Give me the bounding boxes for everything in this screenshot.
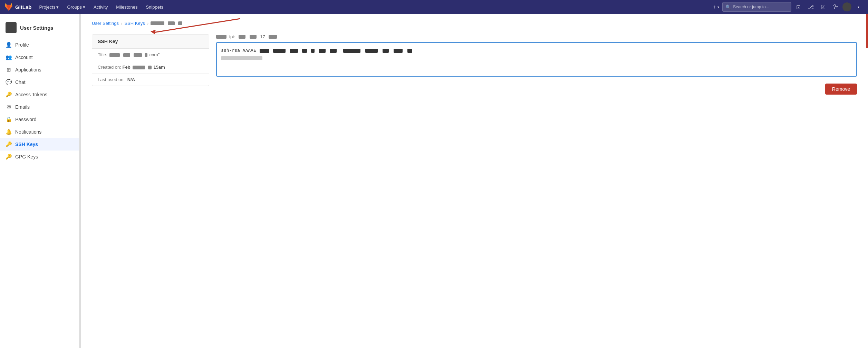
- key-prefix: ssh-rsa AAAAE: [221, 48, 256, 53]
- ssh-key-section: SSH Key Title. com" Created on: Feb: [92, 34, 857, 95]
- user-avatar[interactable]: [842, 2, 851, 11]
- sidebar-item-gpg-keys[interactable]: 🔑 GPG Keys: [0, 151, 79, 163]
- main-content: User Settings › SSH Keys › SSH Key Title…: [81, 14, 868, 348]
- fingerprint-blurred-4: [269, 35, 277, 39]
- sidebar-item-access-tokens[interactable]: 🔑 Access Tokens: [0, 88, 79, 101]
- chat-icon: 💬: [6, 79, 12, 85]
- notifications-icon: 🔔: [6, 129, 12, 135]
- key-block-4: [302, 49, 307, 53]
- last-used-label: Last used on:: [98, 77, 125, 82]
- ssh-key-info-header: SSH Key: [92, 35, 209, 49]
- breadcrumb-ssh-keys[interactable]: SSH Keys: [124, 21, 145, 26]
- nav-groups[interactable]: Groups ▾: [64, 0, 89, 14]
- password-icon: 🔒: [6, 116, 12, 123]
- title-value-blurred-2: [123, 53, 130, 57]
- fingerprint-blurred-1: [216, 35, 226, 39]
- key-block-5: [311, 49, 315, 53]
- last-used-value: N/A: [127, 77, 135, 82]
- key-block-10: [383, 49, 389, 53]
- user-menu-arrow[interactable]: ▾: [853, 1, 864, 12]
- access-tokens-icon: 🔑: [6, 91, 12, 98]
- key-block-11: [394, 49, 403, 53]
- title-label: Title.: [98, 52, 107, 57]
- sidebar-header: User Settings: [0, 19, 79, 39]
- new-item-button[interactable]: ＋▾: [710, 1, 721, 12]
- key-block-9: [365, 49, 378, 53]
- search-bar[interactable]: 🔍 Search or jump to...: [722, 2, 791, 12]
- ssh-key-box[interactable]: ssh-rsa AAAAE: [216, 42, 857, 77]
- created-label: Created on:: [98, 65, 123, 70]
- created-on-row: Created on: Feb 15am: [92, 61, 209, 74]
- key-block-7: [330, 49, 337, 53]
- last-used-row: Last used on: N/A: [92, 74, 209, 86]
- title-value-blurred-1: [109, 53, 120, 57]
- key-block-6: [319, 49, 326, 53]
- breadcrumb-user-settings[interactable]: User Settings: [92, 21, 119, 26]
- nav-milestones[interactable]: Milestones: [113, 0, 141, 14]
- svg-marker-1: [151, 30, 156, 34]
- sidebar-item-password[interactable]: 🔒 Password: [0, 113, 79, 126]
- profile-icon: 👤: [6, 42, 12, 48]
- issues-button[interactable]: ⊡: [793, 1, 804, 12]
- key-block-12: [407, 49, 412, 53]
- fingerprint-blurred-3: [250, 35, 257, 39]
- sidebar-avatar: [6, 22, 17, 33]
- nav-projects[interactable]: Projects ▾: [36, 0, 62, 14]
- created-icon-blurred: [148, 66, 152, 69]
- title-value-blurred-4: [145, 53, 147, 57]
- ssh-key-display-section: ipt: 17 ssh-rsa AAAAE: [216, 34, 857, 95]
- fingerprint-colon-17: 17: [260, 34, 265, 39]
- created-time: 15am: [154, 65, 165, 70]
- gitlab-logo[interactable]: GitLab: [4, 2, 32, 11]
- sidebar-title: User Settings: [20, 25, 54, 31]
- scroll-indicator[interactable]: [866, 14, 868, 48]
- sidebar-item-ssh-keys[interactable]: 🔑 SSH Keys: [0, 138, 79, 151]
- sidebar-item-profile[interactable]: 👤 Profile: [0, 39, 79, 51]
- sidebar-item-applications[interactable]: ⊞ Applications: [0, 64, 79, 76]
- key-block-2: [273, 49, 286, 53]
- breadcrumb-key-id-blurred-3: [178, 21, 182, 25]
- sidebar-nav: 👤 Profile 👥 Account ⊞ Applications 💬: [0, 39, 79, 163]
- key-comment-blurred: [221, 56, 262, 60]
- top-navigation: GitLab Projects ▾ Groups ▾ Activity Mile…: [0, 0, 868, 14]
- key-block-3: [290, 49, 298, 53]
- title-suffix: com": [150, 52, 160, 57]
- created-date-blurred: [133, 66, 145, 69]
- breadcrumb-sep-1: ›: [121, 21, 122, 26]
- remove-button[interactable]: Remove: [825, 84, 857, 95]
- title-row: Title. com": [92, 49, 209, 61]
- sidebar: User Settings 👤 Profile 👥 Account ⊞ Appl…: [0, 14, 79, 348]
- sidebar-item-notifications[interactable]: 🔔 Notifications: [0, 126, 79, 138]
- account-icon: 👥: [6, 54, 12, 60]
- sidebar-item-chat[interactable]: 💬 Chat: [0, 76, 79, 88]
- emails-icon: ✉: [6, 104, 12, 110]
- ssh-keys-icon: 🔑: [6, 141, 12, 147]
- page-layout: User Settings 👤 Profile 👥 Account ⊞ Appl…: [0, 14, 868, 348]
- fingerprint-ipt-label: ipt:: [229, 34, 235, 39]
- help-button[interactable]: ?▾: [830, 1, 841, 12]
- nav-right-section: ＋▾ 🔍 Search or jump to... ⊡ ⎇ ☑ ?▾ ▾: [710, 1, 864, 12]
- key-block-8: [343, 49, 360, 53]
- todo-button[interactable]: ☑: [818, 1, 829, 12]
- fingerprint-blurred-2: [239, 35, 245, 39]
- created-month: Feb: [123, 65, 131, 70]
- search-icon: 🔍: [725, 4, 731, 10]
- gitlab-logo-text: GitLab: [15, 4, 32, 10]
- nav-activity[interactable]: Activity: [90, 0, 111, 14]
- merge-requests-button[interactable]: ⎇: [805, 1, 816, 12]
- breadcrumb-sep-2: ›: [147, 21, 148, 26]
- breadcrumb-key-id-blurred: [151, 21, 164, 25]
- breadcrumb: User Settings › SSH Keys ›: [92, 21, 857, 26]
- title-value-blurred-3: [134, 53, 142, 57]
- sidebar-item-emails[interactable]: ✉ Emails: [0, 101, 79, 113]
- breadcrumb-key-id-blurred-2: [168, 21, 175, 25]
- applications-icon: ⊞: [6, 67, 12, 73]
- remove-button-row: Remove: [216, 84, 857, 95]
- ssh-key-info-body: Title. com" Created on: Feb 15am: [92, 49, 209, 86]
- ssh-key-content: ssh-rsa AAAAE: [221, 47, 852, 54]
- key-block-1: [260, 49, 269, 53]
- sidebar-item-account[interactable]: 👥 Account: [0, 51, 79, 64]
- ssh-key-info-card: SSH Key Title. com" Created on: Feb: [92, 34, 209, 86]
- nav-snippets[interactable]: Snippets: [142, 0, 167, 14]
- fingerprint-row: ipt: 17: [216, 34, 857, 39]
